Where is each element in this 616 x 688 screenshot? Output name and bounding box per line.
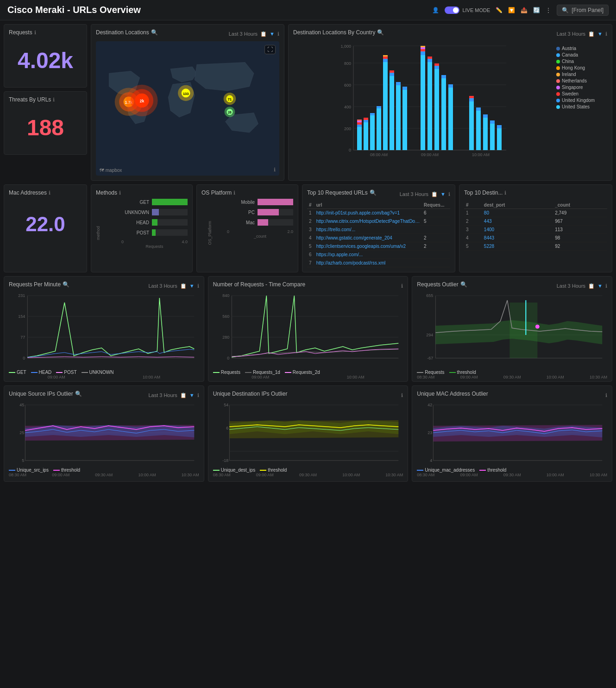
country-search-icon[interactable]: 🔍 bbox=[377, 29, 384, 36]
src-ip-search-icon[interactable]: 🔍 bbox=[75, 391, 82, 397]
req-outlier-search-icon[interactable]: 🔍 bbox=[460, 281, 467, 288]
svg-rect-51 bbox=[390, 73, 394, 76]
pencil-icon[interactable]: ✏️ bbox=[496, 7, 503, 13]
dest-col-port: dest_port bbox=[482, 202, 553, 209]
mac-outlier-info-icon[interactable]: ℹ bbox=[605, 392, 607, 398]
table-row: 2 http://www.citrix.com/HotspotDetectPag… bbox=[307, 217, 450, 226]
req-outlier-header: Requests Outlier 🔍 Last 3 Hours 📋 ▼ ℹ bbox=[417, 281, 607, 290]
legend-ireland: Ireland bbox=[556, 72, 607, 77]
filter-icon[interactable]: 🔽 bbox=[508, 7, 515, 13]
svg-text:4: 4 bbox=[430, 458, 433, 463]
svg-text:45: 45 bbox=[19, 403, 24, 407]
country-bar-svg: 0 200 400 600 800 1,000 08:00 AM 09:00 A… bbox=[293, 41, 553, 162]
svg-rect-43 bbox=[370, 113, 375, 115]
dest-ip-x-axis: 08:30 AM 09:00 AM 09:30 AM 10:00 AM 10:3… bbox=[213, 473, 403, 477]
legend-sweden: Sweden bbox=[556, 91, 607, 96]
mac-panel-title: Mac Addresses ℹ bbox=[9, 189, 82, 196]
live-mode-toggle[interactable]: LIVE MODE bbox=[445, 6, 490, 14]
top-urls-search-icon[interactable]: 🔍 bbox=[370, 189, 377, 196]
requests-info-icon[interactable]: ℹ bbox=[34, 30, 36, 36]
top-dest-header: Top 10 Destin... ℹ bbox=[464, 189, 607, 199]
req-per-min-filter-icon[interactable]: ▼ bbox=[189, 283, 195, 289]
svg-rect-58 bbox=[421, 51, 425, 55]
mac-outlier-legend: Unique_mac_addresses threshold bbox=[417, 467, 607, 473]
svg-text:400: 400 bbox=[344, 105, 351, 109]
svg-text:600: 600 bbox=[344, 83, 351, 88]
svg-rect-73 bbox=[469, 98, 474, 101]
dest-ip-info-icon[interactable]: ℹ bbox=[401, 392, 403, 398]
svg-text:25: 25 bbox=[19, 430, 24, 435]
refresh-icon[interactable]: 🔄 bbox=[533, 7, 540, 13]
req-outlier-info-icon[interactable]: ℹ bbox=[605, 283, 607, 289]
req-per-min-info-icon[interactable]: ℹ bbox=[197, 283, 199, 289]
req-outlier-legend: Requests threshold bbox=[417, 370, 607, 375]
legend-get: GET bbox=[9, 370, 26, 375]
live-mode-label: LIVE MODE bbox=[462, 7, 490, 13]
dest-ip-svg: -18 6 54 bbox=[213, 403, 403, 465]
map-copy-icon[interactable]: 📋 bbox=[260, 31, 267, 37]
req-per-min-x-axis: 09:00 AM 10:00 AM bbox=[9, 375, 199, 379]
req-outlier-filter-icon[interactable]: ▼ bbox=[597, 283, 603, 289]
country-filter-icon[interactable]: ▼ bbox=[597, 31, 603, 37]
map-filter-icon[interactable]: ▼ bbox=[270, 31, 275, 37]
search-box[interactable]: 🔍 [From Panel] bbox=[557, 5, 609, 16]
map-panel-title: Destination Locations 🔍 bbox=[96, 29, 158, 36]
svg-rect-49 bbox=[383, 55, 388, 57]
url-col-count: Reques... bbox=[422, 202, 450, 209]
user-icon[interactable]: 👤 bbox=[432, 7, 439, 13]
requests-panel: Requests ℹ 4.02k bbox=[4, 24, 87, 88]
svg-rect-59 bbox=[421, 49, 425, 51]
more-icon[interactable]: ⋮ bbox=[546, 7, 551, 13]
svg-text:-18: -18 bbox=[222, 458, 228, 463]
country-chart-header: Destination Locations By Country 🔍 Last … bbox=[293, 29, 607, 38]
req-per-min-search-icon[interactable]: 🔍 bbox=[63, 281, 69, 288]
num-requests-chart: 0 280 560 840 Requests Requests_1d Reque… bbox=[213, 293, 403, 377]
legend-canada: Canada bbox=[556, 52, 607, 57]
req-outlier-chart: -67 294 655 Requests threshold bbox=[417, 293, 607, 377]
legend-post: POST bbox=[56, 370, 76, 375]
map-expand-button[interactable]: ⛶ bbox=[264, 45, 276, 54]
svg-rect-36 bbox=[357, 122, 362, 125]
svg-rect-37 bbox=[357, 121, 362, 122]
svg-rect-38 bbox=[357, 120, 362, 121]
mac-outlier-svg: 4 23 42 bbox=[417, 403, 607, 465]
map-info-icon[interactable]: ℹ bbox=[277, 31, 279, 37]
os-panel: OS Platform ℹ OS_Platform Mobile PC bbox=[196, 184, 298, 272]
num-requests-info-icon[interactable]: ℹ bbox=[401, 283, 403, 289]
src-ip-header: Unique Source IPs Outlier 🔍 Last 3 Hours… bbox=[9, 391, 199, 400]
methods-panel-title: Methods ℹ bbox=[96, 189, 188, 196]
svg-text:26: 26 bbox=[228, 111, 232, 114]
share-icon[interactable]: 📤 bbox=[521, 7, 528, 13]
os-chart-area: OS_Platform Mobile PC bbox=[201, 199, 293, 239]
country-copy-icon[interactable]: 📋 bbox=[588, 31, 595, 37]
src-ip-filter-icon[interactable]: ▼ bbox=[189, 392, 195, 398]
os-info-icon[interactable]: ℹ bbox=[233, 190, 235, 196]
top-urls-info-icon[interactable]: ℹ bbox=[448, 191, 450, 197]
methods-panel: Methods ℹ method GET UNKNOWN bbox=[91, 184, 193, 272]
svg-text:655: 655 bbox=[427, 293, 434, 298]
country-info-icon[interactable]: ℹ bbox=[605, 31, 607, 37]
req-outlier-copy-icon[interactable]: 📋 bbox=[588, 283, 595, 289]
src-ip-copy-icon[interactable]: 📋 bbox=[180, 392, 187, 398]
legend-netherlands: Netherlands bbox=[556, 78, 607, 83]
svg-text:42: 42 bbox=[428, 403, 433, 407]
threats-info-icon[interactable]: ℹ bbox=[53, 97, 55, 103]
map-info[interactable]: ℹ bbox=[274, 167, 276, 173]
src-ip-panel: Unique Source IPs Outlier 🔍 Last 3 Hours… bbox=[4, 385, 204, 482]
svg-rect-67 bbox=[434, 63, 439, 66]
top-urls-copy-icon[interactable]: 📋 bbox=[431, 191, 438, 197]
mac-outlier-header: Unique MAC Address Outlier ℹ bbox=[417, 391, 607, 400]
mac-info-icon[interactable]: ℹ bbox=[49, 190, 50, 196]
top-urls-filter-icon[interactable]: ▼ bbox=[440, 191, 446, 197]
table-row: 1 80 2,749 bbox=[464, 209, 607, 217]
toggle-track[interactable] bbox=[445, 6, 459, 14]
map-search-icon[interactable]: 🔍 bbox=[151, 29, 158, 36]
top-dest-info-icon[interactable]: ℹ bbox=[504, 190, 506, 196]
src-ip-info-icon[interactable]: ℹ bbox=[197, 392, 199, 398]
req-per-min-copy-icon[interactable]: 📋 bbox=[180, 283, 187, 289]
legend-austria: Austria bbox=[556, 46, 607, 51]
mapbox-credit: 🗺 mapbox bbox=[100, 168, 122, 173]
svg-rect-53 bbox=[396, 85, 401, 150]
methods-info-icon[interactable]: ℹ bbox=[119, 190, 121, 196]
page-title: Cisco Meraki - URLs Overview bbox=[7, 5, 432, 15]
